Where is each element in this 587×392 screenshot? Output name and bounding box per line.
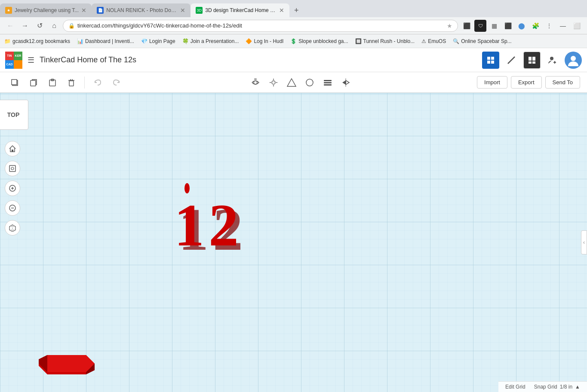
- svg-point-33: [306, 79, 313, 86]
- copy-button[interactable]: [26, 75, 41, 90]
- add-user-button[interactable]: [544, 52, 561, 69]
- svg-rect-41: [9, 165, 15, 172]
- bookmark-icon: 🔍: [453, 38, 459, 44]
- shield-icon[interactable]: 🛡: [474, 20, 486, 32]
- bookmark-login[interactable]: 💎 Login Page: [141, 38, 175, 44]
- bookmark-emuos[interactable]: ⚠ EmuOS: [421, 38, 446, 44]
- duplicate-button[interactable]: [7, 75, 22, 90]
- bookmark-spacebar[interactable]: 🔍 Online Spacebar Sp...: [453, 38, 511, 44]
- shape-icon: [287, 78, 296, 87]
- home-view-button[interactable]: [5, 141, 20, 156]
- toolbar-separator-1: [84, 77, 85, 89]
- bookmark-icon: ⚠: [421, 38, 426, 44]
- svg-point-27: [272, 81, 275, 84]
- forward-button[interactable]: →: [19, 20, 31, 32]
- tab-photo[interactable]: 📄 NOLAN RENICK - Photo Docume... ✕: [92, 3, 191, 17]
- edit-grid-control[interactable]: Edit Grid: [505, 384, 526, 390]
- paste-button[interactable]: [45, 75, 60, 90]
- canvas-object-brick[interactable]: [34, 351, 95, 378]
- delete-button[interactable]: [64, 75, 79, 90]
- extensions-button[interactable]: ⬛: [461, 20, 473, 32]
- bookmark-dashboard[interactable]: 📊 Dashboard | Inventi...: [77, 38, 134, 44]
- tab-close-2[interactable]: ✕: [180, 7, 185, 14]
- zoom-out-button[interactable]: [5, 200, 20, 216]
- window-min[interactable]: —: [557, 20, 569, 32]
- svg-rect-18: [31, 80, 36, 86]
- bookmark-icon: 🔲: [355, 38, 362, 44]
- copy-icon: [29, 78, 38, 87]
- bookmark-join[interactable]: 🍀 Join a Presentation...: [182, 38, 239, 44]
- ruler-icon-button[interactable]: [503, 52, 520, 69]
- app-header: TIN KER CAD ☰ TinkerCad Home of The 12s: [0, 48, 587, 72]
- tinkercad-logo[interactable]: TIN KER CAD: [5, 52, 22, 69]
- canvas-area[interactable]: 1 2 1 2 ‹: [0, 93, 587, 392]
- home-button[interactable]: ⌂: [48, 20, 60, 32]
- fit-icon: [9, 165, 16, 172]
- snap-grid-control[interactable]: Snap Grid 1/8 in ▲: [534, 384, 580, 390]
- canvas-object-12[interactable]: 1 2 1 2: [168, 179, 271, 275]
- qr2-icon[interactable]: ⬛: [502, 20, 514, 32]
- undo-button[interactable]: [90, 75, 105, 90]
- reload-button[interactable]: ↺: [34, 20, 46, 32]
- qr-icon[interactable]: ▦: [488, 20, 500, 32]
- redo-button[interactable]: [109, 75, 124, 90]
- user-avatar-button[interactable]: [565, 52, 582, 69]
- redo-icon: [112, 78, 121, 87]
- tab-favicon-1: ★: [5, 7, 12, 14]
- tab-close-3[interactable]: ✕: [279, 7, 284, 14]
- align-icon: [323, 78, 332, 87]
- cube-icon: [9, 224, 16, 232]
- circle-icon[interactable]: ⬤: [516, 20, 528, 32]
- mirror-tool-button[interactable]: [338, 75, 353, 90]
- eye-icon: [251, 78, 260, 87]
- main-layout: TOP: [0, 93, 587, 392]
- bookmark-hudl[interactable]: 🔶 Log In - Hudl: [246, 38, 283, 44]
- number-12-svg: 1 2 1 2: [168, 179, 271, 273]
- shape-tool-button[interactable]: [284, 75, 299, 90]
- grid-view-button[interactable]: [482, 52, 499, 69]
- bookmark-tunnel[interactable]: 🔲 Tunnel Rush - Unblo...: [355, 38, 415, 44]
- light-tool-button[interactable]: [266, 75, 281, 90]
- circle-tool-button[interactable]: [302, 75, 317, 90]
- bookmark-icon: 📊: [77, 38, 83, 44]
- svg-rect-34: [324, 80, 332, 81]
- svg-point-15: [571, 56, 576, 61]
- canvas-grid: [0, 93, 587, 392]
- sendto-button[interactable]: Send To: [545, 76, 580, 89]
- view-cube[interactable]: TOP: [0, 100, 28, 130]
- bookmark-gcasdk[interactable]: 📁 gcasdk12.org bookmarks: [4, 38, 70, 44]
- export-button[interactable]: Export: [511, 76, 542, 89]
- tab-close-1[interactable]: ✕: [81, 7, 86, 14]
- svg-rect-3: [491, 61, 494, 64]
- new-tab-button[interactable]: +: [289, 3, 303, 17]
- add-user-icon: [547, 55, 558, 65]
- shapes-panel-button[interactable]: [523, 52, 541, 69]
- tab-tinkercad[interactable]: 3D 3D design TinkerCad Home of T... ✕: [191, 3, 289, 17]
- light-icon: [269, 78, 278, 87]
- view-tool-button[interactable]: [248, 75, 263, 90]
- svg-rect-21: [69, 81, 74, 86]
- puzzle-icon[interactable]: 🧩: [529, 20, 541, 32]
- tab-favicon-2: 📄: [97, 7, 104, 14]
- window-max[interactable]: ⬜: [571, 20, 583, 32]
- perspective-button[interactable]: [5, 220, 20, 236]
- more-button[interactable]: ⋮: [543, 20, 555, 32]
- svg-rect-1: [491, 57, 494, 60]
- tab-label-3: 3D design TinkerCad Home of T...: [205, 7, 277, 13]
- bookmark-icon: 💲: [290, 38, 297, 44]
- svg-rect-35: [324, 82, 332, 83]
- back-button[interactable]: ←: [4, 20, 16, 32]
- tab-label-2: NOLAN RENICK - Photo Docume...: [106, 7, 178, 13]
- tab-favicon-3: 3D: [196, 7, 203, 14]
- menu-list-icon[interactable]: ☰: [28, 55, 34, 65]
- right-panel-handle[interactable]: ‹: [581, 230, 587, 254]
- svg-text:2: 2: [209, 192, 239, 258]
- tab-jewelry[interactable]: ★ Jewelry Challenge using T... ✕: [0, 3, 92, 17]
- url-bar[interactable]: 🔒 tinkercad.com/things/gldcvY67cWc-tinke…: [63, 20, 458, 32]
- align-tool-button[interactable]: [320, 75, 335, 90]
- fit-view-button[interactable]: [5, 161, 20, 176]
- tab-bar: ★ Jewelry Challenge using T... ✕ 📄 NOLAN…: [0, 0, 587, 17]
- zoom-in-button[interactable]: [5, 181, 20, 196]
- import-button[interactable]: Import: [477, 76, 507, 89]
- bookmark-slope[interactable]: 💲 Slope unblocked ga...: [290, 38, 348, 44]
